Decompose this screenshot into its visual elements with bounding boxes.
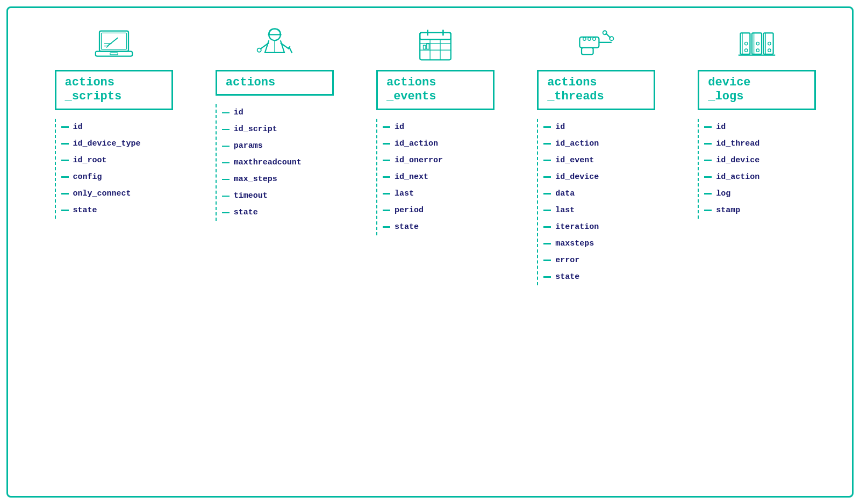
field-state: state (217, 204, 334, 221)
field-state: state (538, 269, 655, 285)
laptop-icon (92, 23, 135, 66)
field-state: state (56, 202, 173, 219)
table-col-actions-threads: actions _threads id id_action id_event i… (537, 23, 655, 285)
svg-rect-8 (95, 52, 132, 56)
table-name-actions-events: actions _events (386, 76, 436, 103)
field-stamp: stamp (699, 202, 816, 219)
svg-rect-32 (427, 44, 429, 49)
field-id-script: id_script (217, 121, 334, 138)
field-id-next: id_next (377, 169, 494, 185)
table-box-actions: actions (216, 70, 334, 96)
field-list-actions: id id_script params maxthreadcount max_s… (216, 104, 334, 221)
field-id: id (538, 119, 655, 135)
table-name-actions-scripts: actions _scripts (65, 76, 122, 103)
calendar-icon (414, 23, 457, 66)
field-last: last (538, 202, 655, 219)
svg-point-36 (583, 38, 586, 40)
svg-point-45 (745, 49, 748, 52)
engineer-icon (253, 23, 296, 66)
field-list-actions-events: id id_action id_onerror id_next last per… (376, 119, 494, 235)
svg-rect-14 (110, 53, 117, 55)
svg-point-41 (610, 37, 613, 40)
table-col-device-logs: device _logs id id_thread id_device id_a… (698, 23, 816, 219)
field-id-root: id_root (56, 152, 173, 169)
svg-point-48 (756, 42, 759, 45)
field-list-device-logs: id id_thread id_device id_action log sta… (698, 119, 816, 219)
field-maxthreadcount: maxthreadcount (217, 154, 334, 171)
table-col-actions-scripts: actions _scripts id id_device_type id_ro… (55, 23, 173, 219)
field-only-connect: only_connect (56, 185, 173, 202)
field-error: error (538, 252, 655, 269)
field-id: id (377, 119, 494, 135)
field-id-event: id_event (538, 152, 655, 169)
field-iteration: iteration (538, 219, 655, 235)
field-id: id (217, 104, 334, 121)
svg-rect-23 (420, 33, 451, 60)
table-col-actions-events: actions _events id id_action id_onerror … (376, 23, 494, 235)
field-list-actions-threads: id id_action id_event id_device data las… (537, 119, 655, 285)
table-box-device-logs: device _logs (698, 70, 816, 110)
field-period: period (377, 202, 494, 219)
svg-point-49 (756, 49, 759, 52)
field-id-device-type: id_device_type (56, 135, 173, 152)
field-log: log (699, 185, 816, 202)
field-id-onerror: id_onerror (377, 152, 494, 169)
svg-line-11 (106, 47, 108, 48)
field-id: id (56, 119, 173, 135)
svg-line-9 (108, 38, 118, 45)
svg-point-40 (603, 31, 607, 34)
field-max-steps: max_steps (217, 171, 334, 188)
svg-point-53 (768, 49, 771, 52)
field-maxsteps: maxsteps (538, 235, 655, 252)
field-id-device: id_device (699, 152, 816, 169)
field-config: config (56, 169, 173, 185)
table-name-device-logs: device _logs (708, 76, 750, 103)
svg-point-52 (768, 42, 771, 45)
table-box-actions-events: actions _events (376, 70, 494, 110)
table-col-actions: actions id id_script params maxthreadcou… (216, 23, 334, 221)
field-id-device: id_device (538, 169, 655, 185)
svg-rect-31 (423, 45, 426, 49)
field-id-action: id_action (377, 135, 494, 152)
field-data: data (538, 185, 655, 202)
svg-point-44 (745, 42, 748, 45)
tools-icon (575, 23, 618, 66)
svg-rect-35 (582, 48, 593, 55)
field-list-actions-scripts: id id_device_type id_root config only_co… (55, 119, 173, 219)
field-id: id (699, 119, 816, 135)
field-state: state (377, 219, 494, 235)
diagram-container: actions _scripts id id_device_type id_ro… (6, 6, 854, 498)
field-timeout: timeout (217, 188, 334, 204)
svg-rect-24 (420, 33, 451, 40)
svg-point-20 (257, 48, 261, 52)
svg-point-38 (593, 38, 596, 40)
table-box-actions-threads: actions _threads (537, 70, 655, 110)
table-name-actions-threads: actions _threads (547, 76, 604, 103)
table-name-actions: actions (226, 76, 275, 89)
field-id-action: id_action (538, 135, 655, 152)
field-id-action: id_action (699, 169, 816, 185)
books-icon (735, 23, 778, 66)
field-params: params (217, 138, 334, 154)
field-id-thread: id_thread (699, 135, 816, 152)
table-box-actions-scripts: actions _scripts (55, 70, 173, 110)
svg-rect-33 (580, 37, 599, 48)
svg-line-21 (289, 47, 292, 53)
field-last: last (377, 185, 494, 202)
svg-point-37 (588, 38, 591, 40)
